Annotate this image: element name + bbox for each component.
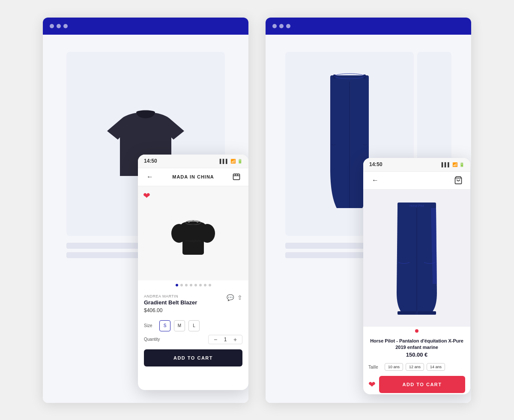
left-dot-3 [63,24,68,28]
right-phone-statusbar: 14:50 ▌▌▌ 📶 🔋 [363,158,470,172]
product-name: Gradient Belt Blazer [144,299,197,306]
right-signal-icon: ▌▌▌ [442,162,451,167]
right-phone-icons: ▌▌▌ 📶 🔋 [442,162,464,167]
quantity-label: Quantity [144,337,204,342]
right-phone-time: 14:50 [369,161,383,167]
product-brand: ANDREA MARTIN [144,294,197,298]
share-actions: 💬 ⇧ [227,294,242,301]
right-favorite-icon[interactable]: ❤ [368,379,376,390]
quantity-decrease-button[interactable]: − [212,336,219,343]
left-phone-icons: ▌▌▌ 📶 🔋 [220,159,242,164]
right-browser-content: 14:50 ▌▌▌ 📶 🔋 ← [266,35,471,403]
product-price: $406.00 [144,307,197,313]
right-back-button[interactable]: ← [369,174,381,186]
quantity-controls: − 1 + [208,335,242,344]
left-add-to-cart-button[interactable]: ADD TO CART [144,349,242,366]
product-image: iStockphoto [165,201,221,265]
left-phone-statusbar: 14:50 ▌▌▌ 📶 🔋 [138,155,248,168]
right-browser-window: 14:50 ▌▌▌ 📶 🔋 ← [266,18,471,403]
comment-icon[interactable]: 💬 [227,294,234,301]
back-button[interactable]: ← [144,171,156,183]
left-favorite-icon[interactable]: ❤ [143,191,150,201]
left-dot-1 [50,24,54,28]
right-dot-indicator [363,327,470,335]
right-phone-image-area: Horse Pilot [363,190,470,327]
left-dot-indicators [138,280,248,290]
right-product-price: 150.00 € [363,351,470,358]
dot-4 [190,284,192,286]
active-dot [415,329,418,333]
right-dot-3 [286,24,290,28]
dot-5 [194,284,197,286]
right-cart-button[interactable] [452,174,464,186]
left-browser-titlebar [43,18,248,35]
size-m-button[interactable]: M [174,320,185,331]
svg-point-3 [188,221,190,223]
product-text: ANDREA MARTIN Gradient Belt Blazer $406.… [144,294,197,316]
size-s-button[interactable]: S [159,320,170,331]
left-browser-window: 14:50 ▌▌▌ 📶 🔋 ← MADA IN CHINA [43,18,248,403]
right-product-name: Horse Pilot - Pantalon d'équitation X-Pu… [363,335,470,352]
svg-rect-19 [397,311,416,315]
left-quantity-row: Quantity − 1 + [138,333,248,348]
right-product-image: Horse Pilot [385,198,449,318]
right-phone-navbar: ← [363,172,470,190]
right-dot-1 [272,24,277,28]
quantity-increase-button[interactable]: + [232,336,239,343]
right-bottom-actions: ❤ ADD TO CART [363,374,470,394]
wifi-icon: 📶 [230,159,236,164]
dot-6 [199,284,202,286]
svg-point-5 [197,221,198,223]
cart-button[interactable] [230,171,242,183]
left-phone-time: 14:50 [144,158,157,164]
svg-rect-0 [233,174,240,179]
svg-text:iStockphoto: iStockphoto [185,239,201,243]
signal-icon: ▌▌▌ [220,159,229,164]
share-icon[interactable]: ⇧ [237,294,242,301]
left-phone-image-area: ❤ iStockphoto [138,186,248,280]
taille-14ans-button[interactable]: 14 ans [427,363,445,371]
taille-12ans-button[interactable]: 12 ans [406,363,424,371]
taille-label: Taille [368,365,382,369]
left-browser-content: 14:50 ▌▌▌ 📶 🔋 ← MADA IN CHINA [43,35,248,403]
dot-1 [176,284,178,286]
quantity-value: 1 [222,337,228,343]
taille-10ans-button[interactable]: 10 ans [385,363,403,371]
left-phone-navbar: ← MADA IN CHINA [138,168,248,186]
right-browser-titlebar [266,18,471,35]
right-taille-row: Taille 10 ans 12 ans 14 ans [363,361,470,374]
left-size-row: Size S M L [138,319,248,333]
product-name-row: ANDREA MARTIN Gradient Belt Blazer $406.… [144,294,242,316]
size-l-button[interactable]: L [188,320,200,331]
size-label: Size [144,323,156,328]
dot-2 [180,284,183,286]
left-phone-overlay: 14:50 ▌▌▌ 📶 🔋 ← MADA IN CHINA [138,155,248,390]
store-name: MADA IN CHINA [172,174,214,179]
dot-8 [209,284,211,286]
right-battery-icon: 🔋 [459,162,464,167]
dot-7 [204,284,206,286]
svg-rect-20 [418,311,436,315]
battery-icon: 🔋 [237,159,242,164]
dot-3 [185,284,188,286]
right-add-to-cart-button[interactable]: ADD TO CART [379,376,465,393]
right-phone-overlay: 14:50 ▌▌▌ 📶 🔋 ← [363,158,470,394]
svg-text:Horse Pilot: Horse Pilot [409,204,424,207]
right-dot-2 [279,24,284,28]
left-product-info: ANDREA MARTIN Gradient Belt Blazer $406.… [138,290,248,319]
left-dot-2 [57,24,61,28]
right-wifi-icon: 📶 [452,162,457,167]
svg-point-4 [192,220,194,222]
